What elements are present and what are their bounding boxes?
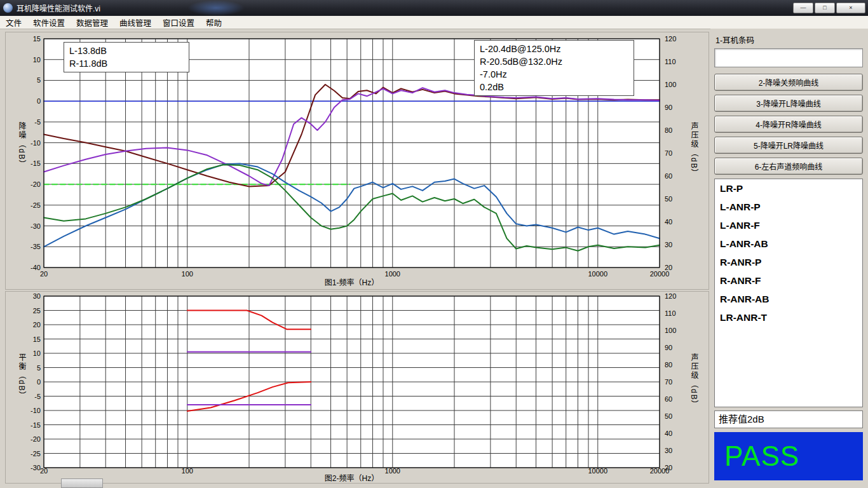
- list-item[interactable]: LR-P: [715, 179, 862, 198]
- anc-on-left-curve-button[interactable]: 3-降噪开L降噪曲线: [714, 95, 863, 112]
- menu-item-curve-management[interactable]: 曲线管理: [114, 15, 157, 30]
- list-item[interactable]: R-ANR-F: [715, 271, 862, 290]
- barcode-input[interactable]: [714, 48, 863, 67]
- result-panel: PASS: [714, 432, 863, 480]
- chart1-yaxis-label-left: 降噪（dB）: [17, 122, 27, 170]
- tick-label: 20: [33, 321, 41, 329]
- list-item[interactable]: R-ANR-P: [715, 253, 862, 271]
- curve-list: LR-PL-ANR-PL-ANR-FL-ANR-ABR-ANR-PR-ANR-F…: [714, 179, 863, 407]
- menu-item-help[interactable]: 帮助: [200, 15, 227, 30]
- menu-item-data-management[interactable]: 数据管理: [71, 15, 114, 30]
- tick-label: 30: [33, 292, 41, 300]
- menu-item-software-settings[interactable]: 软件设置: [27, 15, 71, 30]
- tick-label: 70: [665, 149, 672, 157]
- tick-label: -25: [31, 450, 41, 458]
- menu-bar: 文件软件设置数据管理曲线管理窗口设置帮助: [0, 16, 868, 29]
- anc-on-lr-curve-button[interactable]: 5-降噪开LR降噪曲线: [714, 137, 863, 154]
- tick-label: 20: [40, 467, 48, 475]
- tick-label: 20000: [650, 467, 670, 475]
- chart2-yaxis-label-right: 声压级（dB）: [689, 353, 700, 410]
- tick-label: -25: [31, 201, 41, 209]
- tick-label: 10: [33, 56, 41, 64]
- tick-label: -40: [31, 264, 41, 271]
- close-button[interactable]: ×: [836, 3, 865, 13]
- chart1-yaxis-label-right: 声压级（dB）: [689, 122, 700, 179]
- tick-label: 120: [665, 35, 676, 43]
- tick-label: 25: [33, 307, 41, 315]
- x-axis-title: 图2-频率（Hz）: [325, 473, 379, 483]
- titlebar[interactable]: 耳机降噪性能测试软件.vi — □ ×: [0, 0, 868, 16]
- tick-label: 100: [182, 270, 193, 278]
- tick-label: 100: [665, 81, 676, 88]
- anc-off-response-curve-button[interactable]: 2-降噪关频响曲线: [714, 74, 863, 91]
- taskbar-fragment[interactable]: [61, 478, 103, 488]
- list-item[interactable]: R-ANR-AB: [715, 290, 862, 308]
- tick-label: 0: [37, 378, 41, 386]
- tick-label: 1000: [385, 467, 400, 475]
- list-item[interactable]: L-ANR-AB: [715, 234, 862, 253]
- chart1-cursor-readout-left: L-13.8dBR-11.8dB: [64, 42, 189, 72]
- tick-label: -15: [31, 421, 41, 429]
- tick-label: 60: [665, 172, 672, 180]
- recommend-value: 推荐值2dB: [714, 410, 863, 428]
- cursor-readout-line: -7.0Hz: [480, 68, 628, 81]
- tick-label: 100: [182, 467, 193, 475]
- tick-label: 10: [33, 349, 41, 357]
- tick-label: -10: [31, 407, 41, 414]
- tick-label: 120: [665, 292, 676, 300]
- tick-label: 10000: [588, 270, 607, 278]
- tick-label: 40: [665, 430, 672, 437]
- chart2-panel: 302520151050-5-10-15-20-25-3012011010090…: [5, 291, 709, 484]
- menu-item-window-settings[interactable]: 窗口设置: [157, 15, 200, 30]
- tick-label: -20: [31, 435, 41, 443]
- app-window: 耳机降噪性能测试软件.vi — □ × 文件软件设置数据管理曲线管理窗口设置帮助…: [0, 0, 868, 488]
- tick-label: -30: [31, 222, 41, 230]
- sidebar-buttons: 2-降噪关频响曲线3-降噪开L降噪曲线4-降噪开R降噪曲线5-降噪开LR降噪曲线…: [714, 74, 863, 175]
- lr-channel-response-curve-button[interactable]: 6-左右声道频响曲线: [714, 158, 863, 175]
- result-text: PASS: [724, 440, 799, 472]
- tick-label: -5: [34, 118, 41, 126]
- window-title: 耳机降噪性能测试软件.vi: [17, 3, 100, 13]
- tick-label: 80: [665, 126, 672, 134]
- tick-label: 0: [37, 97, 41, 105]
- tick-label: 90: [665, 104, 672, 111]
- cursor-readout-line: R-20.5dB@132.0Hz: [480, 55, 628, 68]
- x-axis-title: 图1-频率（Hz）: [325, 278, 379, 287]
- tick-label: 10000: [588, 467, 607, 475]
- tick-label: 110: [665, 309, 676, 317]
- tick-label: 5: [37, 364, 41, 372]
- tick-label: 15: [33, 336, 41, 343]
- tick-label: 50: [665, 195, 672, 203]
- tick-label: -15: [31, 159, 41, 167]
- anc-on-right-curve-button[interactable]: 4-降噪开R降噪曲线: [714, 116, 863, 133]
- tick-label: 100: [665, 327, 676, 334]
- chart1-cursor-readout-right: L-20.4dB@125.0HzR-20.5dB@132.0Hz-7.0Hz0.…: [474, 40, 634, 96]
- barcode-label: 1-耳机条码: [715, 34, 863, 46]
- list-item[interactable]: L-ANR-P: [715, 198, 862, 216]
- tick-label: 60: [665, 395, 672, 403]
- tick-label: -20: [31, 180, 41, 188]
- tick-label: 15: [33, 35, 41, 43]
- tick-label: -30: [31, 464, 41, 471]
- list-item[interactable]: L-ANR-F: [715, 216, 862, 234]
- list-item[interactable]: LR-ANR-T: [715, 308, 862, 327]
- sidebar: 1-耳机条码 2-降噪关频响曲线3-降噪开L降噪曲线4-降噪开R降噪曲线5-降噪…: [710, 29, 868, 488]
- tick-label: -35: [31, 243, 41, 250]
- tick-label: 30: [665, 241, 672, 248]
- tick-label: 20: [40, 270, 48, 278]
- cursor-readout-line: 0.2dB: [480, 81, 628, 93]
- window-controls: — □ ×: [793, 3, 865, 13]
- tick-label: 90: [665, 344, 672, 351]
- chart2-plot[interactable]: 302520151050-5-10-15-20-25-3012011010090…: [6, 292, 709, 483]
- tick-label: 110: [665, 58, 676, 65]
- tick-label: 5: [37, 76, 41, 84]
- app-icon: [3, 3, 13, 13]
- maximize-button[interactable]: □: [815, 3, 835, 13]
- tick-label: 20000: [650, 270, 670, 278]
- minimize-button[interactable]: —: [793, 3, 813, 13]
- cursor-readout-line: R-11.8dB: [69, 57, 184, 70]
- cursor-readout-line: L-20.4dB@125.0Hz: [480, 43, 628, 55]
- chart2-yaxis-label-left: 平衡（dB）: [17, 353, 27, 401]
- menu-item-file[interactable]: 文件: [0, 15, 27, 30]
- tick-label: 80: [665, 361, 672, 369]
